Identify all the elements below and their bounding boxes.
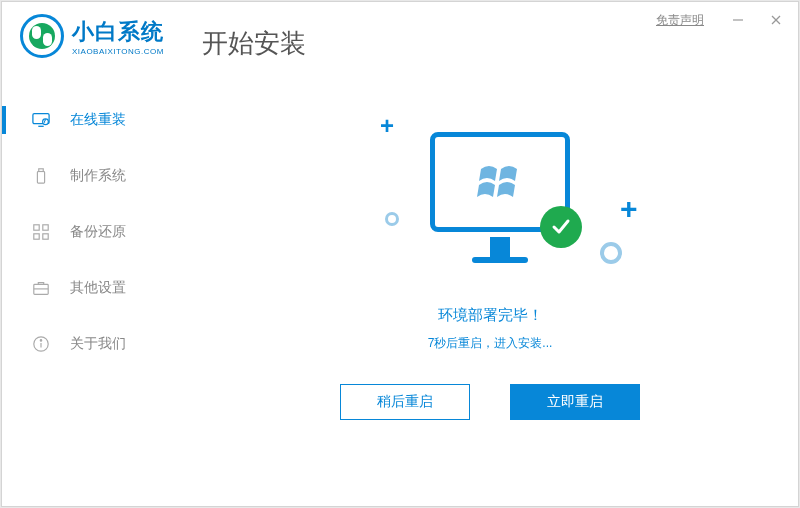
restart-now-button[interactable]: 立即重启: [510, 384, 640, 420]
status-main-text: 环境部署完毕！: [438, 306, 543, 325]
logo-icon: [20, 14, 64, 58]
sidebar: 在线重装 制作系统 备份还原 其他设置 关于我们: [2, 92, 182, 372]
sidebar-item-label: 制作系统: [70, 167, 126, 185]
illustration: + +: [330, 92, 650, 292]
sidebar-item-make-system[interactable]: 制作系统: [2, 148, 182, 204]
restart-later-button[interactable]: 稍后重启: [340, 384, 470, 420]
circle-decoration-icon: [385, 212, 399, 226]
sidebar-item-label: 备份还原: [70, 223, 126, 241]
svg-rect-10: [34, 234, 39, 239]
minimize-icon: [732, 14, 744, 26]
brand-text: 小白系统 XIAOBAIXITONG.COM: [72, 17, 164, 56]
monitor-stand: [490, 237, 510, 257]
windows-flag-icon: [475, 157, 525, 207]
svg-rect-7: [39, 169, 44, 172]
grid-icon: [32, 223, 50, 241]
sidebar-item-backup-restore[interactable]: 备份还原: [2, 204, 182, 260]
plus-decoration-icon: +: [380, 112, 394, 140]
sidebar-item-label: 关于我们: [70, 335, 126, 353]
monitor-reinstall-icon: [32, 111, 50, 129]
close-icon: [770, 14, 782, 26]
brand-title: 小白系统: [72, 17, 164, 47]
svg-point-16: [40, 340, 41, 341]
close-button[interactable]: [762, 8, 790, 32]
sidebar-item-label: 其他设置: [70, 279, 126, 297]
sidebar-item-label: 在线重装: [70, 111, 126, 129]
status-sub-text: 7秒后重启，进入安装...: [428, 335, 553, 352]
page-title: 开始安装: [202, 26, 306, 61]
minimize-button[interactable]: [724, 8, 752, 32]
svg-rect-6: [37, 172, 44, 184]
svg-rect-11: [43, 234, 48, 239]
success-checkmark-icon: [540, 206, 582, 248]
circle-decoration-icon: [600, 242, 622, 264]
svg-rect-9: [43, 225, 48, 230]
briefcase-icon: [32, 279, 50, 297]
brand-subtitle: XIAOBAIXITONG.COM: [72, 47, 164, 56]
sidebar-item-online-reinstall[interactable]: 在线重装: [2, 92, 182, 148]
button-row: 稍后重启 立即重启: [340, 384, 640, 420]
sidebar-item-about[interactable]: 关于我们: [2, 316, 182, 372]
header: 小白系统 XIAOBAIXITONG.COM: [20, 14, 164, 58]
usb-icon: [32, 167, 50, 185]
sidebar-item-other-settings[interactable]: 其他设置: [2, 260, 182, 316]
main-content: + + 环境部署完毕！ 7秒后重启，进入安装... 稍后重启 立即重启: [202, 82, 778, 486]
info-icon: [32, 335, 50, 353]
disclaimer-link[interactable]: 免责声明: [656, 12, 704, 29]
monitor-base: [472, 257, 528, 263]
svg-rect-8: [34, 225, 39, 230]
plus-decoration-icon: +: [620, 192, 638, 226]
app-window: 免责声明 小白系统 XIAOBAIXITONG.COM 开始安装 在线重装 制作…: [1, 1, 799, 507]
